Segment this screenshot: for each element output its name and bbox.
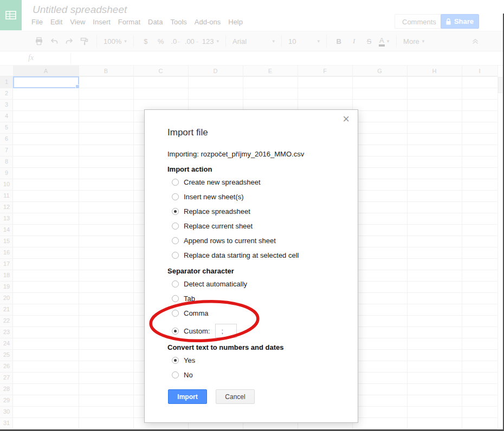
radio-label: Custom: bbox=[184, 327, 210, 335]
radio-option-tab[interactable]: Tab bbox=[172, 295, 335, 302]
radio-icon[interactable] bbox=[172, 193, 179, 200]
radio-label: No bbox=[184, 371, 193, 379]
radio-option-replace-data-starting-at-selected-cell[interactable]: Replace data starting at selected cell bbox=[172, 251, 335, 259]
radio-label: Create new spreadsheet bbox=[184, 178, 261, 186]
radio-option-replace-current-sheet[interactable]: Replace current sheet bbox=[172, 222, 335, 230]
radio-label: Yes bbox=[184, 356, 195, 364]
import-button[interactable]: Import bbox=[168, 389, 207, 404]
radio-label: Append rows to current sheet bbox=[184, 237, 276, 245]
radio-label: Insert new sheet(s) bbox=[184, 193, 244, 201]
radio-icon[interactable] bbox=[172, 371, 179, 378]
section-separator-character: Separator characterDetect automaticallyT… bbox=[167, 267, 335, 338]
import-file-dialog: × Import file Importing: rozpočet_příjmy… bbox=[144, 109, 358, 423]
section-import-action: Import actionCreate new spreadsheetInser… bbox=[167, 165, 335, 259]
radio-selected-icon[interactable] bbox=[172, 208, 179, 215]
dialog-sections: Import actionCreate new spreadsheetInser… bbox=[167, 165, 335, 378]
dialog-title: Import file bbox=[167, 127, 335, 138]
radio-selected-icon[interactable] bbox=[172, 328, 179, 335]
radio-icon[interactable] bbox=[172, 295, 179, 302]
radio-option-detect-automatically[interactable]: Detect automatically bbox=[172, 280, 335, 288]
radio-option-append-rows-to-current-sheet[interactable]: Append rows to current sheet bbox=[172, 237, 335, 244]
cancel-button[interactable]: Cancel bbox=[216, 389, 255, 404]
radio-icon[interactable] bbox=[172, 252, 179, 259]
radio-label: Detect automatically bbox=[184, 280, 247, 288]
section-convert-text-to-numbers-and-dates: Convert text to numbers and datesYesNo bbox=[167, 343, 335, 378]
section-heading: Separator character bbox=[167, 267, 335, 276]
dialog-buttons: Import Cancel bbox=[168, 389, 335, 404]
radio-option-insert-new-sheet-s[interactable]: Insert new sheet(s) bbox=[172, 193, 335, 200]
section-heading: Import action bbox=[167, 165, 335, 174]
close-icon[interactable]: × bbox=[343, 113, 350, 125]
radio-option-replace-spreadsheet[interactable]: Replace spreadsheet bbox=[172, 207, 335, 215]
radio-option-no[interactable]: No bbox=[172, 371, 335, 378]
radio-selected-icon[interactable] bbox=[172, 357, 179, 364]
radio-label: Replace spreadsheet bbox=[184, 207, 250, 216]
radio-label: Replace data starting at selected cell bbox=[184, 251, 299, 259]
google-sheets-app: Untitled spreadsheet FileEditViewInsertF… bbox=[0, 0, 504, 431]
radio-option-custom[interactable]: Custom: bbox=[172, 324, 335, 338]
custom-separator-input[interactable] bbox=[215, 324, 237, 338]
radio-option-yes[interactable]: Yes bbox=[172, 356, 335, 364]
radio-icon[interactable] bbox=[172, 310, 179, 317]
radio-icon[interactable] bbox=[172, 179, 179, 186]
section-heading: Convert text to numbers and dates bbox=[167, 343, 335, 352]
radio-label: Tab bbox=[184, 295, 195, 303]
importing-filename: Importing: rozpočet_příjmy_2016_MMO.csv bbox=[167, 150, 335, 159]
radio-label: Replace current sheet bbox=[184, 222, 253, 230]
radio-icon[interactable] bbox=[172, 223, 179, 230]
radio-label: Comma bbox=[184, 309, 209, 317]
radio-icon[interactable] bbox=[172, 280, 179, 288]
radio-option-create-new-spreadsheet[interactable]: Create new spreadsheet bbox=[172, 178, 335, 186]
radio-icon[interactable] bbox=[172, 237, 179, 244]
radio-option-comma[interactable]: Comma bbox=[172, 309, 335, 317]
